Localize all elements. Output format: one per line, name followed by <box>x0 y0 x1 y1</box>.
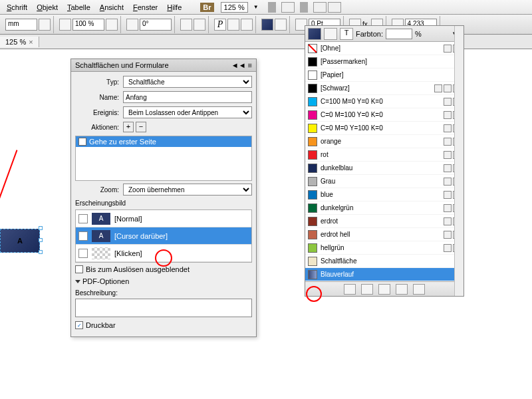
swatch-row[interactable]: orange <box>305 135 464 148</box>
remove-action-icon[interactable]: − <box>136 122 146 132</box>
event-label: Ereignis: <box>75 109 123 116</box>
actions-list[interactable]: ✓Gehe zu erster Seite <box>75 136 252 181</box>
text-fill-icon[interactable]: T <box>340 28 353 40</box>
stroke-icon[interactable] <box>275 19 287 31</box>
screen-mode-icon[interactable] <box>281 2 295 13</box>
zoom-select[interactable]: Zoom übernehmen <box>123 184 252 196</box>
menu-fenster[interactable]: Fenster <box>129 2 162 13</box>
fill-toggle-icon[interactable] <box>308 28 321 40</box>
x-field[interactable]: mm <box>5 19 37 31</box>
p-icon <box>444 217 452 225</box>
menu-objekt[interactable]: Objekt <box>33 2 62 13</box>
swatch-row[interactable]: [Passermarken] <box>305 55 464 68</box>
state-click[interactable]: [Klicken] <box>76 245 251 262</box>
swatch-row[interactable]: hellgrün <box>305 241 464 255</box>
swatch-row[interactable]: [Schwarz] <box>305 82 464 95</box>
swatches-footer <box>305 281 464 296</box>
name-label: Name: <box>75 94 123 101</box>
swatch-row[interactable]: Grau <box>305 175 464 188</box>
swatch-name: dunkelgrün <box>321 204 440 211</box>
handle[interactable] <box>39 238 43 242</box>
eye-icon[interactable] <box>78 231 88 241</box>
zoom-label: Zoom: <box>75 186 123 194</box>
new-color-icon[interactable] <box>378 284 390 295</box>
state-normal[interactable]: A[Normal] <box>76 210 251 227</box>
fill-icon[interactable] <box>261 19 273 31</box>
state-label: [Klicken] <box>114 249 142 257</box>
scrollbar[interactable] <box>454 42 464 281</box>
p-icon <box>444 84 452 92</box>
desc-input[interactable] <box>75 299 252 317</box>
menu-hilfe[interactable]: Hilfe <box>163 2 186 13</box>
state-thumb: A <box>92 230 110 242</box>
flip-v-icon[interactable] <box>194 19 205 31</box>
swatch-row[interactable]: dunkelgrün <box>305 201 464 215</box>
action-item[interactable]: ✓Gehe zu erster Seite <box>76 136 251 147</box>
tint-label: Farbton: <box>356 30 383 38</box>
link-icon[interactable] <box>39 19 51 31</box>
panel-menu-icon[interactable]: ◄◄ ≡ <box>231 61 252 69</box>
menu-schrift[interactable]: SSchriftchrift <box>3 2 31 13</box>
doc-tab[interactable]: 125 %× <box>0 37 39 47</box>
swatch-row[interactable]: [Papier] <box>305 68 464 82</box>
x-icon <box>434 84 442 92</box>
flip-h-icon[interactable] <box>180 19 192 31</box>
swatch-row[interactable]: blue <box>305 188 464 201</box>
misc-icon[interactable] <box>227 19 239 31</box>
swatch-chip <box>308 270 317 279</box>
trash-icon[interactable] <box>413 284 425 295</box>
misc2-icon[interactable] <box>241 19 253 31</box>
swatch-row[interactable]: dunkelblau <box>305 162 464 175</box>
event-select[interactable]: Beim Loslassen oder Antippen <box>123 106 252 118</box>
button-object[interactable]: A <box>0 229 40 253</box>
swatch-row[interactable]: erdrot <box>305 215 464 228</box>
eye-icon[interactable] <box>78 249 88 258</box>
bridge-icon[interactable]: Br <box>200 3 213 12</box>
printable-label: Druckbar <box>86 321 116 329</box>
swatch-row[interactable]: C=0 M=100 Y=0 K=0 <box>305 108 464 122</box>
new-gradient-icon[interactable] <box>361 284 373 295</box>
menu-ansicht[interactable]: Ansicht <box>96 2 128 13</box>
zoom-field[interactable]: 125 % <box>221 2 248 13</box>
swatch-row[interactable]: rot <box>305 148 464 162</box>
state-hover[interactable]: A[Cursor darüber] <box>76 227 251 245</box>
p-icon[interactable]: P <box>214 19 226 31</box>
swatch-row[interactable]: C=100 M=0 Y=0 K=0 <box>305 95 464 108</box>
hide-check[interactable] <box>75 265 83 273</box>
delete-swatch-icon[interactable] <box>396 284 408 295</box>
rotate[interactable]: 0° <box>140 19 172 31</box>
arrange-icon[interactable] <box>313 2 327 13</box>
p-icon <box>444 178 452 186</box>
rotate-icon <box>126 19 138 31</box>
type-select[interactable]: Schaltfläche <box>123 76 252 88</box>
menubar: SSchriftchrift Objekt Tabelle Ansicht Fe… <box>0 0 532 15</box>
handle[interactable] <box>39 226 43 230</box>
add-action-icon[interactable]: + <box>123 122 134 132</box>
swatch-name: C=0 M=100 Y=0 K=0 <box>321 111 440 118</box>
name-input[interactable] <box>123 91 252 103</box>
tint-input[interactable] <box>386 29 412 39</box>
swatch-name: erdrot hell <box>321 231 440 238</box>
swatch-row[interactable]: erdrot hell <box>305 228 464 241</box>
swatch-chip <box>308 44 317 53</box>
pdf-options-label[interactable]: PDF-Optionen <box>75 277 252 285</box>
stroke-toggle-icon[interactable] <box>324 28 337 40</box>
arrange2-icon[interactable] <box>328 2 341 13</box>
scale-x[interactable]: 100 % <box>72 19 104 31</box>
swatch-row[interactable]: Schaltfläche <box>305 255 464 268</box>
swatch-row[interactable]: [Ohne] <box>305 42 464 55</box>
swatch-row[interactable]: Blauverlauf <box>305 268 464 281</box>
link2-icon[interactable] <box>106 19 118 31</box>
printable-check[interactable]: ✓ <box>75 321 83 329</box>
swatches-list[interactable]: [Ohne][Passermarken][Papier][Schwarz]C=1… <box>305 42 464 281</box>
new-swatch-icon[interactable] <box>344 284 356 295</box>
menu-tabelle[interactable]: Tabelle <box>63 2 94 13</box>
eye-icon[interactable] <box>78 214 88 223</box>
swatch-row[interactable]: C=0 M=0 Y=100 K=0 <box>305 122 464 135</box>
action-check[interactable]: ✓ <box>78 138 86 146</box>
scale-x-icon <box>59 19 71 31</box>
close-tab-icon[interactable]: × <box>29 38 33 46</box>
handle[interactable] <box>39 250 43 254</box>
swatch-name: [Papier] <box>321 71 458 78</box>
p-icon <box>444 124 452 132</box>
